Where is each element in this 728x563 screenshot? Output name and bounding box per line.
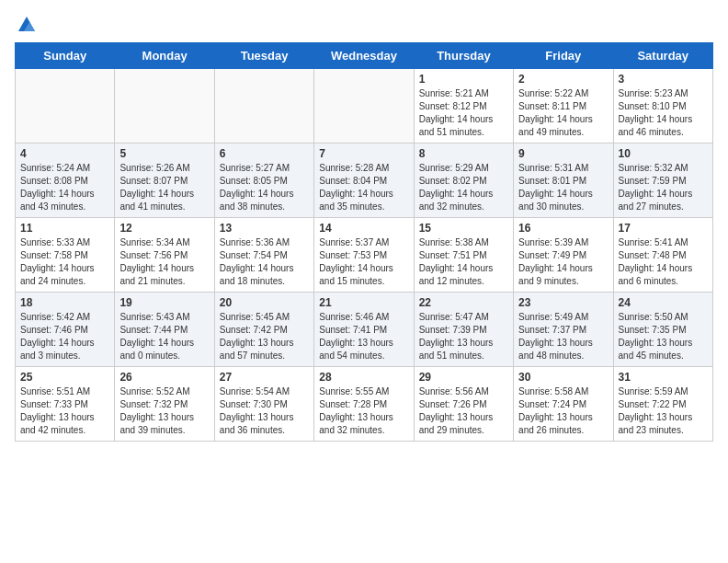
calendar-cell: 13Sunrise: 5:36 AM Sunset: 7:54 PM Dayli… <box>214 218 313 293</box>
day-info: Sunrise: 5:56 AM Sunset: 7:26 PM Dayligh… <box>419 385 508 437</box>
calendar-cell: 25Sunrise: 5:51 AM Sunset: 7:33 PM Dayli… <box>16 367 115 442</box>
calendar-body: 1Sunrise: 5:21 AM Sunset: 8:12 PM Daylig… <box>16 69 713 442</box>
calendar-cell: 4Sunrise: 5:24 AM Sunset: 8:08 PM Daylig… <box>16 144 115 218</box>
day-number: 28 <box>319 371 408 384</box>
day-number: 14 <box>319 222 408 235</box>
calendar-cell: 2Sunrise: 5:22 AM Sunset: 8:11 PM Daylig… <box>514 69 613 144</box>
weekday-header-tuesday: Tuesday <box>214 43 313 69</box>
day-number: 5 <box>119 147 209 160</box>
calendar-week-1: 1Sunrise: 5:21 AM Sunset: 8:12 PM Daylig… <box>16 69 713 144</box>
day-info: Sunrise: 5:58 AM Sunset: 7:24 PM Dayligh… <box>518 385 608 437</box>
day-info: Sunrise: 5:38 AM Sunset: 7:51 PM Dayligh… <box>419 236 508 288</box>
day-number: 7 <box>319 147 408 160</box>
day-number: 25 <box>20 371 109 384</box>
day-info: Sunrise: 5:21 AM Sunset: 8:12 PM Dayligh… <box>419 87 508 139</box>
day-number: 20 <box>220 296 309 309</box>
day-number: 30 <box>518 371 608 384</box>
weekday-header-saturday: Saturday <box>613 43 712 69</box>
day-info: Sunrise: 5:34 AM Sunset: 7:56 PM Dayligh… <box>119 236 209 288</box>
calendar-cell: 11Sunrise: 5:33 AM Sunset: 7:58 PM Dayli… <box>16 218 115 293</box>
calendar-week-2: 4Sunrise: 5:24 AM Sunset: 8:08 PM Daylig… <box>16 144 713 218</box>
calendar-cell: 3Sunrise: 5:23 AM Sunset: 8:10 PM Daylig… <box>613 69 712 144</box>
calendar-cell: 1Sunrise: 5:21 AM Sunset: 8:12 PM Daylig… <box>414 69 513 144</box>
day-number: 21 <box>319 296 408 309</box>
day-number: 11 <box>20 222 109 235</box>
day-number: 22 <box>419 296 508 309</box>
calendar-week-4: 18Sunrise: 5:42 AM Sunset: 7:46 PM Dayli… <box>16 293 713 367</box>
header <box>15 15 713 35</box>
calendar-cell: 30Sunrise: 5:58 AM Sunset: 7:24 PM Dayli… <box>514 367 613 442</box>
weekday-header-thursday: Thursday <box>414 43 513 69</box>
calendar-cell: 26Sunrise: 5:52 AM Sunset: 7:32 PM Dayli… <box>115 367 214 442</box>
calendar-cell: 16Sunrise: 5:39 AM Sunset: 7:49 PM Dayli… <box>514 218 613 293</box>
calendar-cell <box>115 69 214 144</box>
weekday-header-wednesday: Wednesday <box>314 43 414 69</box>
calendar-cell: 12Sunrise: 5:34 AM Sunset: 7:56 PM Dayli… <box>115 218 214 293</box>
day-number: 31 <box>619 371 708 384</box>
day-number: 10 <box>619 147 708 160</box>
day-info: Sunrise: 5:22 AM Sunset: 8:11 PM Dayligh… <box>518 87 608 139</box>
calendar-cell <box>314 69 414 144</box>
calendar-cell: 31Sunrise: 5:59 AM Sunset: 7:22 PM Dayli… <box>613 367 712 442</box>
calendar-cell: 21Sunrise: 5:46 AM Sunset: 7:41 PM Dayli… <box>314 293 414 367</box>
day-info: Sunrise: 5:51 AM Sunset: 7:33 PM Dayligh… <box>20 385 109 437</box>
day-number: 16 <box>518 222 608 235</box>
day-number: 19 <box>119 296 209 309</box>
day-info: Sunrise: 5:49 AM Sunset: 7:37 PM Dayligh… <box>518 311 608 362</box>
calendar-cell: 20Sunrise: 5:45 AM Sunset: 7:42 PM Dayli… <box>214 293 313 367</box>
day-number: 6 <box>220 147 309 160</box>
day-number: 4 <box>20 147 109 160</box>
day-number: 23 <box>518 296 608 309</box>
day-number: 27 <box>220 371 309 384</box>
day-info: Sunrise: 5:59 AM Sunset: 7:22 PM Dayligh… <box>619 385 708 437</box>
day-info: Sunrise: 5:45 AM Sunset: 7:42 PM Dayligh… <box>220 311 309 362</box>
day-number: 2 <box>518 73 608 86</box>
day-number: 18 <box>20 296 109 309</box>
calendar-cell: 28Sunrise: 5:55 AM Sunset: 7:28 PM Dayli… <box>314 367 414 442</box>
calendar-cell: 7Sunrise: 5:28 AM Sunset: 8:04 PM Daylig… <box>314 144 414 218</box>
calendar-cell: 8Sunrise: 5:29 AM Sunset: 8:02 PM Daylig… <box>414 144 513 218</box>
logo <box>15 15 37 35</box>
calendar-cell: 24Sunrise: 5:50 AM Sunset: 7:35 PM Dayli… <box>613 293 712 367</box>
calendar-cell: 22Sunrise: 5:47 AM Sunset: 7:39 PM Dayli… <box>414 293 513 367</box>
day-info: Sunrise: 5:32 AM Sunset: 7:59 PM Dayligh… <box>619 162 708 213</box>
calendar-cell: 29Sunrise: 5:56 AM Sunset: 7:26 PM Dayli… <box>414 367 513 442</box>
calendar-cell: 27Sunrise: 5:54 AM Sunset: 7:30 PM Dayli… <box>214 367 313 442</box>
calendar-cell: 15Sunrise: 5:38 AM Sunset: 7:51 PM Dayli… <box>414 218 513 293</box>
day-info: Sunrise: 5:42 AM Sunset: 7:46 PM Dayligh… <box>20 311 109 362</box>
day-info: Sunrise: 5:29 AM Sunset: 8:02 PM Dayligh… <box>419 162 508 213</box>
weekday-row: SundayMondayTuesdayWednesdayThursdayFrid… <box>16 43 713 69</box>
weekday-header-sunday: Sunday <box>16 43 115 69</box>
calendar-cell: 14Sunrise: 5:37 AM Sunset: 7:53 PM Dayli… <box>314 218 414 293</box>
weekday-header-monday: Monday <box>115 43 214 69</box>
day-info: Sunrise: 5:24 AM Sunset: 8:08 PM Dayligh… <box>20 162 109 213</box>
day-info: Sunrise: 5:39 AM Sunset: 7:49 PM Dayligh… <box>518 236 608 288</box>
day-number: 9 <box>518 147 608 160</box>
day-info: Sunrise: 5:31 AM Sunset: 8:01 PM Dayligh… <box>518 162 608 213</box>
day-info: Sunrise: 5:46 AM Sunset: 7:41 PM Dayligh… <box>319 311 408 362</box>
day-info: Sunrise: 5:43 AM Sunset: 7:44 PM Dayligh… <box>119 311 209 362</box>
calendar-cell: 5Sunrise: 5:26 AM Sunset: 8:07 PM Daylig… <box>115 144 214 218</box>
day-info: Sunrise: 5:50 AM Sunset: 7:35 PM Dayligh… <box>619 311 708 362</box>
day-info: Sunrise: 5:23 AM Sunset: 8:10 PM Dayligh… <box>619 87 708 139</box>
calendar-cell: 19Sunrise: 5:43 AM Sunset: 7:44 PM Dayli… <box>115 293 214 367</box>
day-info: Sunrise: 5:54 AM Sunset: 7:30 PM Dayligh… <box>220 385 309 437</box>
calendar: SundayMondayTuesdayWednesdayThursdayFrid… <box>15 42 713 442</box>
day-number: 24 <box>619 296 708 309</box>
day-info: Sunrise: 5:55 AM Sunset: 7:28 PM Dayligh… <box>319 385 408 437</box>
weekday-header-friday: Friday <box>514 43 613 69</box>
day-info: Sunrise: 5:41 AM Sunset: 7:48 PM Dayligh… <box>619 236 708 288</box>
day-info: Sunrise: 5:33 AM Sunset: 7:58 PM Dayligh… <box>20 236 109 288</box>
day-info: Sunrise: 5:37 AM Sunset: 7:53 PM Dayligh… <box>319 236 408 288</box>
day-info: Sunrise: 5:36 AM Sunset: 7:54 PM Dayligh… <box>220 236 309 288</box>
day-number: 12 <box>119 222 209 235</box>
calendar-header: SundayMondayTuesdayWednesdayThursdayFrid… <box>16 43 713 69</box>
day-info: Sunrise: 5:52 AM Sunset: 7:32 PM Dayligh… <box>119 385 209 437</box>
day-number: 15 <box>419 222 508 235</box>
day-number: 29 <box>419 371 508 384</box>
day-number: 8 <box>419 147 508 160</box>
calendar-cell: 18Sunrise: 5:42 AM Sunset: 7:46 PM Dayli… <box>16 293 115 367</box>
day-number: 3 <box>619 73 708 86</box>
day-number: 13 <box>220 222 309 235</box>
calendar-cell: 17Sunrise: 5:41 AM Sunset: 7:48 PM Dayli… <box>613 218 712 293</box>
